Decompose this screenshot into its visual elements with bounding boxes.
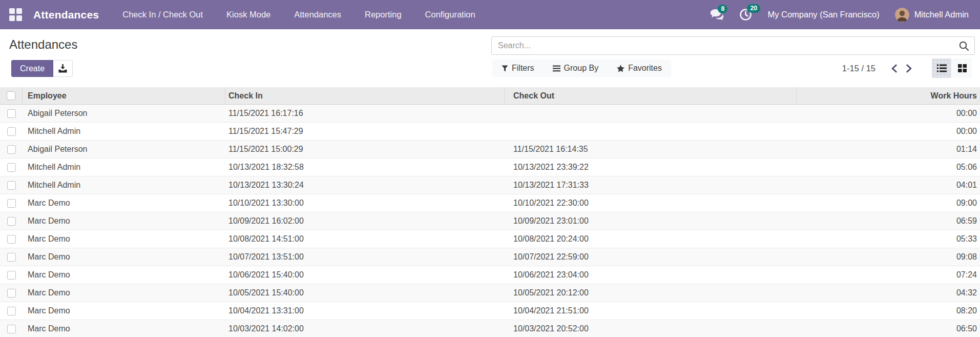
cell-check-in[interactable]: 11/15/2021 16:17:16 <box>225 109 505 118</box>
cell-work-hours[interactable]: 09:08 <box>797 252 980 262</box>
column-header-work-hours[interactable]: Work Hours <box>797 87 980 104</box>
menu-check-in-check-out[interactable]: Check In / Check Out <box>122 10 203 19</box>
cell-check-out[interactable]: 10/04/2021 21:51:00 <box>505 306 797 315</box>
menu-configuration[interactable]: Configuration <box>425 10 475 19</box>
kanban-view-button[interactable] <box>952 58 972 78</box>
cell-employee[interactable]: Mitchell Admin <box>23 127 225 136</box>
cell-employee[interactable]: Marc Demo <box>23 270 225 280</box>
cell-check-in[interactable]: 11/15/2021 15:00:29 <box>225 145 505 154</box>
row-checkbox[interactable] <box>7 145 16 154</box>
cell-work-hours[interactable]: 05:33 <box>797 234 980 244</box>
create-button[interactable]: Create <box>11 60 53 77</box>
table-row[interactable]: Marc Demo 10/07/2021 13:51:00 10/07/2021… <box>0 248 980 266</box>
row-checkbox[interactable] <box>7 217 16 226</box>
column-header-check-out[interactable]: Check Out <box>505 87 797 104</box>
row-checkbox[interactable] <box>7 181 16 190</box>
cell-employee[interactable]: Mitchell Admin <box>23 181 225 190</box>
cell-check-in[interactable]: 10/09/2021 16:02:00 <box>225 216 505 226</box>
cell-employee[interactable]: Marc Demo <box>23 288 225 298</box>
menu-reporting[interactable]: Reporting <box>365 10 402 19</box>
cell-check-out[interactable]: 10/05/2021 20:12:00 <box>505 288 797 298</box>
cell-work-hours[interactable]: 04:32 <box>797 288 980 298</box>
select-all-checkbox[interactable] <box>7 91 15 100</box>
cell-check-out[interactable]: 10/09/2021 23:01:00 <box>505 216 797 226</box>
cell-check-out[interactable]: 10/06/2021 23:04:00 <box>505 270 797 280</box>
table-row[interactable]: Mitchell Admin 10/13/2021 13:30:24 10/13… <box>0 176 980 194</box>
column-header-employee[interactable]: Employee <box>23 87 225 104</box>
cell-check-in[interactable]: 10/07/2021 13:51:00 <box>225 252 505 262</box>
cell-check-in[interactable]: 10/13/2021 18:32:58 <box>225 163 505 172</box>
cell-check-in[interactable]: 10/03/2021 14:02:00 <box>225 324 505 333</box>
row-checkbox[interactable] <box>7 271 16 280</box>
cell-employee[interactable]: Abigail Peterson <box>23 109 225 118</box>
cell-work-hours[interactable]: 09:00 <box>797 199 980 208</box>
row-checkbox[interactable] <box>7 199 16 208</box>
table-row[interactable]: Marc Demo 10/10/2021 13:30:00 10/10/2021… <box>0 194 980 212</box>
cell-check-out[interactable]: 10/03/2021 20:52:00 <box>505 324 797 333</box>
cell-employee[interactable]: Marc Demo <box>23 306 225 315</box>
cell-check-out[interactable]: 11/15/2021 16:14:35 <box>505 145 797 154</box>
cell-work-hours[interactable]: 06:59 <box>797 216 980 226</box>
filters-button[interactable]: Filters <box>502 64 534 73</box>
cell-work-hours[interactable]: 01:14 <box>797 145 980 154</box>
table-row[interactable]: Marc Demo 10/08/2021 14:51:00 10/08/2021… <box>0 230 980 248</box>
search-input[interactable] <box>492 41 953 50</box>
cell-employee[interactable]: Marc Demo <box>23 216 225 226</box>
column-header-check-in[interactable]: Check In <box>225 87 505 104</box>
row-checkbox[interactable] <box>7 325 16 333</box>
cell-check-in[interactable]: 10/08/2021 14:51:00 <box>225 234 505 244</box>
row-checkbox[interactable] <box>7 307 16 315</box>
cell-check-out[interactable]: 10/13/2021 17:31:33 <box>505 181 797 190</box>
pager-next-button[interactable] <box>902 61 916 76</box>
cell-employee[interactable]: Marc Demo <box>23 252 225 262</box>
user-menu-button[interactable]: Mitchell Admin <box>914 10 969 19</box>
table-row[interactable]: Marc Demo 10/06/2021 15:40:00 10/06/2021… <box>0 266 980 284</box>
table-row[interactable]: Mitchell Admin 10/13/2021 18:32:58 10/13… <box>0 158 980 176</box>
pager-previous-button[interactable] <box>887 61 902 76</box>
cell-employee[interactable]: Mitchell Admin <box>23 163 225 172</box>
table-row[interactable]: Abigail Peterson 11/15/2021 15:00:29 11/… <box>0 141 980 158</box>
table-row[interactable]: Abigail Peterson 11/15/2021 16:17:16 00:… <box>0 105 980 123</box>
table-row[interactable]: Mitchell Admin 11/15/2021 15:47:29 00:00 <box>0 123 980 141</box>
cell-employee[interactable]: Marc Demo <box>23 199 225 208</box>
cell-work-hours[interactable]: 05:06 <box>797 163 980 172</box>
cell-check-in[interactable]: 10/10/2021 13:30:00 <box>225 199 505 208</box>
cell-employee[interactable]: Abigail Peterson <box>23 145 225 154</box>
cell-work-hours[interactable]: 06:50 <box>797 324 980 333</box>
cell-check-in[interactable]: 10/05/2021 15:40:00 <box>225 288 505 298</box>
cell-employee[interactable]: Marc Demo <box>23 324 225 333</box>
row-checkbox[interactable] <box>7 253 16 262</box>
user-avatar[interactable] <box>895 8 909 22</box>
table-row[interactable]: Marc Demo 10/04/2021 13:31:00 10/04/2021… <box>0 302 980 320</box>
cell-employee[interactable]: Marc Demo <box>23 234 225 244</box>
cell-work-hours[interactable]: 00:00 <box>797 127 980 136</box>
menu-kiosk-mode[interactable]: Kiosk Mode <box>226 10 270 19</box>
table-row[interactable]: Marc Demo 10/05/2021 15:40:00 10/05/2021… <box>0 284 980 302</box>
activities-menu-button[interactable]: 20 <box>739 8 752 21</box>
cell-check-out[interactable]: 10/13/2021 23:39:22 <box>505 163 797 172</box>
company-switcher[interactable]: My Company (San Francisco) <box>767 10 879 19</box>
row-checkbox[interactable] <box>7 127 16 136</box>
table-row[interactable]: Marc Demo 10/03/2021 14:02:00 10/03/2021… <box>0 320 980 337</box>
cell-work-hours[interactable]: 04:01 <box>797 181 980 190</box>
cell-work-hours[interactable]: 07:24 <box>797 270 980 280</box>
cell-check-out[interactable]: 10/10/2021 22:30:00 <box>505 199 797 208</box>
favorites-button[interactable]: Favorites <box>617 64 662 73</box>
cell-check-out[interactable]: 10/07/2021 22:59:00 <box>505 252 797 262</box>
cell-work-hours[interactable]: 08:20 <box>797 306 980 315</box>
row-checkbox[interactable] <box>7 163 16 172</box>
cell-check-out[interactable]: 10/08/2021 20:24:00 <box>505 234 797 244</box>
table-row[interactable]: Marc Demo 10/09/2021 16:02:00 10/09/2021… <box>0 212 980 230</box>
cell-work-hours[interactable]: 00:00 <box>797 109 980 118</box>
row-checkbox[interactable] <box>7 235 16 244</box>
group-by-button[interactable]: Group By <box>553 64 599 73</box>
cell-check-in[interactable]: 10/06/2021 15:40:00 <box>225 270 505 280</box>
search-submit-button[interactable] <box>953 37 974 54</box>
cell-check-in[interactable]: 10/04/2021 13:31:00 <box>225 306 505 315</box>
row-checkbox[interactable] <box>7 109 16 118</box>
export-button[interactable] <box>53 60 73 77</box>
row-checkbox[interactable] <box>7 289 16 298</box>
messages-menu-button[interactable]: 8 <box>710 9 724 21</box>
cell-check-in[interactable]: 10/13/2021 13:30:24 <box>225 181 505 190</box>
list-view-button[interactable] <box>932 58 951 78</box>
